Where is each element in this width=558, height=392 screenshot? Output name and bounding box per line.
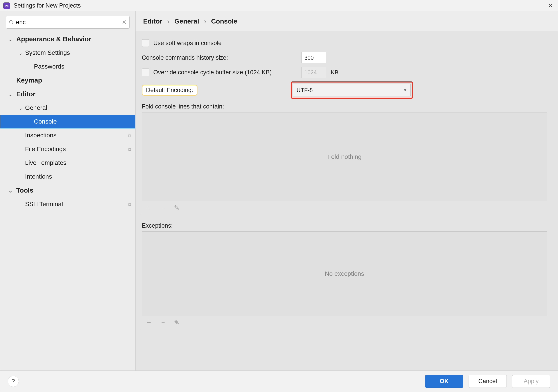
override-buffer-checkbox[interactable] bbox=[142, 69, 149, 76]
sidebar-item-label: System Settings bbox=[25, 49, 70, 56]
soft-wraps-row: Use soft wraps in console bbox=[142, 36, 547, 50]
sidebar-item-label: Editor bbox=[16, 90, 35, 98]
svg-point-0 bbox=[9, 20, 12, 23]
cancel-button[interactable]: Cancel bbox=[469, 375, 507, 388]
sidebar-item-tools[interactable]: ⌄ Tools bbox=[0, 183, 135, 197]
chevron-down-icon: ⌄ bbox=[6, 37, 15, 42]
settings-window: Ps Settings for New Projects ✕ ✕ ⌄ Appea… bbox=[0, 0, 558, 392]
breadcrumb-console[interactable]: Console bbox=[211, 17, 237, 25]
edit-icon[interactable]: ✎ bbox=[174, 319, 180, 326]
sidebar-item-ssh-terminal[interactable]: SSH Terminal ⧉ bbox=[0, 197, 135, 211]
content-area: Use soft wraps in console Console comman… bbox=[136, 31, 558, 370]
exceptions-listbox[interactable]: No exceptions bbox=[142, 231, 547, 316]
sidebar-item-label: File Encodings bbox=[25, 146, 66, 153]
highlight-annotation: UTF-8 ▼ bbox=[291, 81, 413, 99]
chevron-down-icon: ⌄ bbox=[6, 188, 15, 194]
history-size-row: Console commands history size: bbox=[142, 50, 547, 65]
breadcrumb-general[interactable]: General bbox=[174, 17, 199, 25]
footer: ? OK Cancel Apply bbox=[0, 370, 558, 392]
body: ✕ ⌄ Appearance & Behavior ⌄ System Setti… bbox=[0, 11, 558, 370]
chevron-right-icon: › bbox=[204, 17, 206, 25]
sidebar-item-label: Appearance & Behavior bbox=[16, 35, 91, 43]
remove-icon[interactable]: － bbox=[160, 203, 166, 212]
main-panel: Editor › General › Console Use soft wrap… bbox=[136, 11, 558, 370]
override-buffer-input bbox=[302, 67, 326, 78]
sidebar-item-inspections[interactable]: Inspections ⧉ bbox=[0, 129, 135, 142]
sidebar-item-label: Inspections bbox=[25, 132, 57, 139]
default-encoding-value: UTF-8 bbox=[296, 87, 313, 94]
sidebar-item-live-templates[interactable]: Live Templates bbox=[0, 156, 135, 170]
override-buffer-row: Override console cycle buffer size (1024… bbox=[142, 65, 547, 80]
chevron-down-icon: ⌄ bbox=[6, 92, 15, 97]
sidebar-item-file-encodings[interactable]: File Encodings ⧉ bbox=[0, 142, 135, 156]
copy-icon: ⧉ bbox=[128, 133, 131, 138]
chevron-down-icon: ▼ bbox=[403, 88, 407, 93]
sidebar-item-intentions[interactable]: Intentions bbox=[0, 170, 135, 183]
ok-button[interactable]: OK bbox=[425, 375, 463, 388]
chevron-down-icon: ⌄ bbox=[16, 50, 25, 56]
soft-wraps-label: Use soft wraps in console bbox=[153, 40, 222, 47]
add-icon[interactable]: ＋ bbox=[146, 318, 152, 327]
history-size-label: Console commands history size: bbox=[142, 54, 302, 61]
sidebar-item-editor[interactable]: ⌄ Editor bbox=[0, 87, 135, 101]
sidebar: ✕ ⌄ Appearance & Behavior ⌄ System Setti… bbox=[0, 11, 136, 370]
breadcrumb: Editor › General › Console bbox=[136, 11, 558, 31]
default-encoding-label: Default Encoding: bbox=[142, 85, 198, 96]
soft-wraps-checkbox[interactable] bbox=[142, 39, 149, 47]
override-buffer-unit: KB bbox=[331, 69, 339, 76]
chevron-down-icon: ⌄ bbox=[16, 105, 25, 111]
app-icon: Ps bbox=[3, 2, 10, 9]
sidebar-item-label: SSH Terminal bbox=[25, 200, 63, 208]
sidebar-item-label: Live Templates bbox=[25, 159, 66, 166]
copy-icon: ⧉ bbox=[128, 202, 131, 207]
sidebar-item-label: General bbox=[25, 104, 47, 111]
sidebar-item-label: Console bbox=[34, 118, 57, 125]
settings-tree: ⌄ Appearance & Behavior ⌄ System Setting… bbox=[0, 32, 135, 370]
exceptions-list-toolbar: ＋ － ✎ bbox=[142, 316, 547, 329]
edit-icon[interactable]: ✎ bbox=[174, 204, 180, 212]
sidebar-item-keymap[interactable]: Keymap bbox=[0, 73, 135, 87]
exceptions-section-label: Exceptions: bbox=[142, 222, 547, 229]
sidebar-item-label: Tools bbox=[16, 187, 34, 194]
copy-icon: ⧉ bbox=[128, 147, 131, 152]
search-icon bbox=[9, 20, 14, 25]
breadcrumb-editor[interactable]: Editor bbox=[143, 17, 162, 25]
search-box[interactable]: ✕ bbox=[6, 16, 130, 29]
exceptions-listbox-placeholder: No exceptions bbox=[325, 270, 364, 277]
fold-listbox-placeholder: Fold nothing bbox=[327, 153, 361, 160]
sidebar-item-label: Passwords bbox=[34, 63, 64, 70]
fold-listbox[interactable]: Fold nothing bbox=[142, 112, 547, 201]
sidebar-item-label: Keymap bbox=[16, 77, 42, 84]
chevron-right-icon: › bbox=[167, 17, 169, 25]
window-title: Settings for New Projects bbox=[14, 2, 546, 9]
sidebar-item-passwords[interactable]: Passwords bbox=[0, 60, 135, 73]
close-icon[interactable]: ✕ bbox=[546, 2, 555, 9]
default-encoding-row: Default Encoding: UTF-8 ▼ bbox=[142, 81, 547, 99]
sidebar-item-general[interactable]: ⌄ General bbox=[0, 101, 135, 115]
remove-icon[interactable]: － bbox=[160, 318, 166, 327]
sidebar-item-appearance-behavior[interactable]: ⌄ Appearance & Behavior bbox=[0, 32, 135, 46]
add-icon[interactable]: ＋ bbox=[146, 203, 152, 212]
default-encoding-combo[interactable]: UTF-8 ▼ bbox=[293, 84, 411, 96]
sidebar-item-console[interactable]: Console bbox=[0, 115, 135, 129]
override-buffer-label: Override console cycle buffer size (1024… bbox=[153, 69, 302, 76]
fold-list-toolbar: ＋ － ✎ bbox=[142, 201, 547, 214]
apply-button[interactable]: Apply bbox=[512, 375, 550, 388]
search-input[interactable] bbox=[16, 19, 122, 26]
help-button[interactable]: ? bbox=[8, 376, 19, 387]
clear-search-icon[interactable]: ✕ bbox=[122, 19, 127, 26]
sidebar-item-system-settings[interactable]: ⌄ System Settings bbox=[0, 46, 135, 60]
svg-line-1 bbox=[12, 23, 13, 24]
history-size-input[interactable] bbox=[302, 52, 326, 63]
titlebar: Ps Settings for New Projects ✕ bbox=[0, 0, 558, 11]
sidebar-item-label: Intentions bbox=[25, 173, 52, 180]
fold-section-label: Fold console lines that contain: bbox=[142, 103, 547, 110]
